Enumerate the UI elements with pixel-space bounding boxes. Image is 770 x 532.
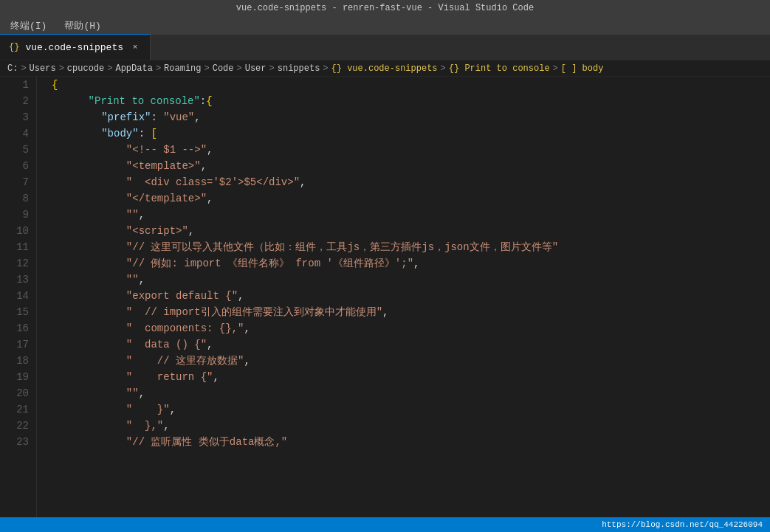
line-num-18: 18 [7, 353, 29, 369]
breadcrumb-sep-8: > [323, 63, 328, 74]
token: " // 这里存放数据", [52, 353, 250, 369]
token: " <div class='$2'>$5</div>", [52, 174, 306, 190]
line-num-11: 11 [7, 239, 29, 255]
token: : [200, 93, 206, 109]
menu-help[interactable]: 帮助(H) [60, 18, 105, 34]
active-tab[interactable]: {} vue.code-snippets × [0, 34, 151, 60]
token: "</template>", [52, 190, 213, 207]
line-num-14: 14 [7, 288, 29, 304]
token: { [52, 77, 58, 93]
breadcrumb-body: [ ] body [561, 63, 604, 74]
token: { [206, 93, 212, 109]
code-line-22: " },", [52, 418, 770, 434]
menu-bar: 终端(I) 帮助(H) [0, 16, 770, 35]
code-line-21: " }", [52, 401, 770, 418]
token: " return {", [52, 369, 219, 385]
token: "", [52, 207, 145, 223]
status-bar: https://blog.csdn.net/qq_44226094 [0, 517, 770, 532]
line-num-22: 22 [7, 418, 29, 434]
line-num-3: 3 [7, 109, 29, 125]
line-num-9: 9 [7, 207, 29, 223]
line-num-12: 12 [7, 255, 29, 272]
token: "<script>", [52, 223, 194, 239]
token: "// 这里可以导入其他文件（比如：组件，工具js，第三方插件js，json文件… [52, 239, 558, 255]
token: "Print to console" [63, 93, 200, 109]
tab-icon: {} [9, 42, 19, 52]
token: "<!-- $1 -->", [52, 142, 213, 158]
line-num-10: 10 [7, 223, 29, 239]
code-line-23: "// 监听属性 类似于data概念," [52, 434, 770, 450]
token: "export default {", [52, 288, 244, 304]
line-num-20: 20 [7, 385, 29, 401]
breadcrumb-snippet-name: {} Print to console [449, 63, 550, 74]
code-line-8: "</template>", [52, 190, 770, 207]
token: "// 例如: import 《组件名称》 from '《组件路径》';", [52, 255, 419, 272]
breadcrumb-sep-2: > [59, 63, 64, 74]
code-line-9: "", [52, 207, 770, 223]
code-line-4: "body": [ [52, 125, 770, 142]
token: "body": [ [52, 125, 157, 142]
token: " }", [52, 401, 176, 418]
breadcrumb-sep-3: > [107, 63, 112, 74]
token: " },", [52, 418, 170, 434]
tab-bar: {} vue.code-snippets × [0, 35, 770, 61]
breadcrumb-sep-4: > [156, 63, 161, 74]
code-line-10: "<script>", [52, 223, 770, 239]
breadcrumb-sep-5: > [204, 63, 210, 74]
token: "// 监听属性 类似于data概念," [52, 434, 287, 450]
line-num-19: 19 [7, 369, 29, 385]
token: "", [52, 272, 145, 288]
breadcrumb-c: C: [7, 63, 18, 74]
line-num-13: 13 [7, 272, 29, 288]
line-num-5: 5 [7, 142, 29, 158]
code-line-18: " // 这里存放数据", [52, 353, 770, 369]
line-numbers: 1 2 3 4 5 6 7 8 9 10 11 12 13 14 15 16 1… [0, 77, 37, 517]
code-line-15: " // import引入的组件需要注入到对象中才能使用", [52, 304, 770, 320]
code-line-1: { [52, 77, 770, 93]
editor-container: 1 2 3 4 5 6 7 8 9 10 11 12 13 14 15 16 1… [0, 77, 770, 517]
code-line-3: "prefix": "vue", [52, 109, 770, 125]
line-num-4: 4 [7, 125, 29, 142]
line-num-16: 16 [7, 320, 29, 336]
line-num-2: 2 [7, 93, 29, 109]
code-line-20: "", [52, 385, 770, 401]
breadcrumb-users: Users [30, 63, 56, 74]
code-area[interactable]: { "Print to console": { "prefix": "vue",… [37, 77, 770, 517]
code-line-16: " components: {},", [52, 320, 770, 336]
code-line-7: " <div class='$2'>$5</div>", [52, 174, 770, 190]
tab-label: vue.code-snippets [25, 42, 123, 53]
code-line-5: "<!-- $1 -->", [52, 142, 770, 158]
breadcrumb-sep-9: > [441, 63, 446, 74]
line-num-8: 8 [7, 190, 29, 207]
code-line-14: "export default {", [52, 288, 770, 304]
breadcrumb-appdata: AppData [115, 63, 152, 74]
code-line-13: "", [52, 272, 770, 288]
breadcrumb-sep-6: > [237, 63, 242, 74]
token: " components: {},", [52, 320, 250, 336]
breadcrumb-roaming: Roaming [164, 63, 201, 74]
tab-close-button[interactable]: × [129, 41, 141, 53]
title-text: vue.code-snippets - renren-fast-vue - Vi… [236, 3, 534, 13]
title-bar: vue.code-snippets - renren-fast-vue - Vi… [0, 0, 770, 16]
token: "", [52, 385, 145, 401]
code-line-6: "<template>", [52, 158, 770, 174]
line-num-15: 15 [7, 304, 29, 320]
breadcrumb: C: > Users > cpucode > AppData > Roaming… [0, 61, 770, 77]
token: " // import引入的组件需要注入到对象中才能使用", [52, 304, 388, 320]
code-line-17: " data () {", [52, 336, 770, 353]
line-num-23: 23 [7, 434, 29, 450]
line-num-1: 1 [7, 77, 29, 93]
token: "<template>", [52, 158, 207, 174]
breadcrumb-user: User [245, 63, 267, 74]
token: " data () {", [52, 336, 213, 353]
menu-terminal[interactable]: 终端(I) [6, 18, 51, 34]
line-num-6: 6 [7, 158, 29, 174]
line-num-7: 7 [7, 174, 29, 190]
code-line-19: " return {", [52, 369, 770, 385]
status-link: https://blog.csdn.net/qq_44226094 [602, 520, 763, 529]
code-line-12: "// 例如: import 《组件名称》 from '《组件路径》';", [52, 255, 770, 272]
breadcrumb-snippets: snippets [278, 63, 320, 74]
breadcrumb-sep-7: > [269, 63, 275, 74]
breadcrumb-file: {} vue.code-snippets [331, 63, 438, 74]
code-line-11: "// 这里可以导入其他文件（比如：组件，工具js，第三方插件js，json文件… [52, 239, 770, 255]
